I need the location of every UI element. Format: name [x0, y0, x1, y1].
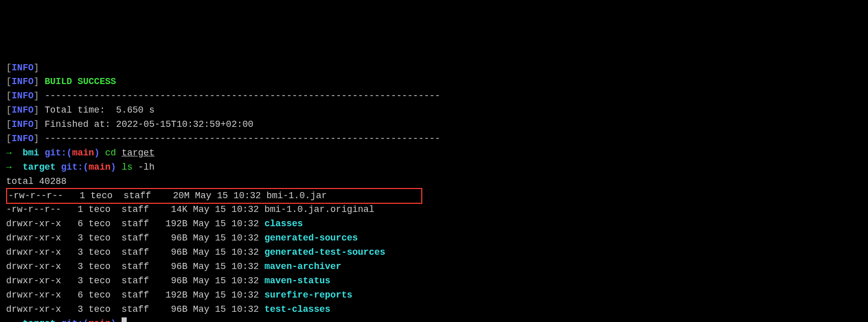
build-success: BUILD SUCCESS [45, 76, 116, 87]
git-branch: main [89, 318, 110, 322]
highlighted-file-row: -rw-r--r-- 1 teco staff 20M May 15 10:32… [6, 188, 422, 204]
file-meta: drwxr-xr-x 3 teco staff 96B May 15 10:32 [6, 304, 265, 314]
file-row-inner: drwxr-xr-x 3 teco staff 96B May 15 10:32… [6, 233, 358, 243]
build-info-line: [INFO] ---------------------------------… [6, 132, 862, 146]
build-info-line: [INFO] Finished at: 2022-05-15T10:32:59+… [6, 118, 862, 132]
finished-label: Finished at: [45, 119, 116, 129]
separator: ----------------------------------------… [45, 133, 441, 144]
file-row: -rw-r--r-- 1 teco staff 14K May 15 10:32… [6, 203, 862, 217]
space [55, 162, 61, 172]
build-info-line: [INFO] BUILD SUCCESS [6, 75, 862, 89]
file-row: drwxr-xr-x 3 teco staff 96B May 15 10:32… [6, 231, 862, 246]
file-row: drwxr-xr-x 6 teco staff 192B May 15 10:3… [6, 217, 862, 231]
space [116, 148, 122, 158]
bracket: ] [34, 105, 45, 115]
file-row: drwxr-xr-x 3 teco staff 96B May 15 10:32… [6, 274, 862, 288]
file-row: drwxr-xr-x 3 teco staff 96B May 15 10:32… [6, 303, 862, 317]
bracket: [ [6, 119, 12, 129]
file-meta: drwxr-xr-x 3 teco staff 96B May 15 10:32 [6, 276, 265, 286]
git-paren: ) [94, 148, 105, 158]
file-meta: -rw-r--r-- 1 teco staff 20M May 15 10:32 [8, 191, 267, 201]
prompt-line-cd[interactable]: → bmi git:(main) cd target [6, 146, 862, 160]
file-row-inner: drwxr-xr-x 3 teco staff 96B May 15 10:32… [6, 247, 385, 257]
info-tag: INFO [12, 91, 34, 101]
bracket: ] [34, 91, 45, 101]
git-label: git: [61, 162, 83, 172]
bracket: [ [6, 76, 12, 87]
command-arg: -lh [133, 162, 155, 172]
dir-name: surefire-reports [265, 290, 353, 300]
dir-name: test-classes [265, 304, 331, 314]
info-tag: INFO [12, 105, 34, 115]
git-paren: ( [83, 162, 89, 172]
info-tag: INFO [12, 133, 34, 144]
build-info-line: [INFO] [6, 61, 862, 75]
finished-value: 2022-05-15T10:32:59+02:00 [116, 119, 253, 129]
file-row: drwxr-xr-x 3 teco staff 96B May 15 10:32… [6, 246, 862, 260]
build-info-line: [INFO] ---------------------------------… [6, 89, 862, 103]
dir-name: maven-status [265, 276, 331, 286]
file-row-inner: drwxr-xr-x 3 teco staff 96B May 15 10:32… [6, 304, 330, 314]
prompt-dir: target [22, 318, 55, 322]
bracket: ] [34, 133, 45, 144]
bracket: [ [6, 63, 12, 73]
file-row: drwxr-xr-x 6 teco staff 192B May 15 10:3… [6, 288, 862, 303]
git-paren: ( [83, 318, 89, 322]
file-meta: drwxr-xr-x 3 teco staff 96B May 15 10:32 [6, 233, 265, 243]
file-row-inner: drwxr-xr-x 6 teco staff 192B May 15 10:3… [6, 219, 303, 229]
prompt-dir: target [22, 162, 55, 172]
prompt-arrow: → [6, 162, 22, 172]
cursor[interactable] [122, 317, 127, 322]
file-meta: -rw-r--r-- 1 teco staff 14K May 15 10:32 [6, 204, 265, 214]
terminal-output[interactable]: [INFO][INFO] BUILD SUCCESS[INFO] -------… [6, 61, 862, 322]
prompt-arrow: → [6, 318, 22, 322]
command-cd: cd [105, 148, 116, 158]
bracket: ] [34, 63, 39, 73]
file-row-inner: drwxr-xr-x 6 teco staff 192B May 15 10:3… [6, 290, 353, 300]
file-row: drwxr-xr-x 3 teco staff 96B May 15 10:32… [6, 260, 862, 274]
file-row-inner: drwxr-xr-x 3 teco staff 96B May 15 10:32… [6, 261, 341, 272]
bracket: ] [34, 76, 45, 87]
dir-name: generated-test-sources [265, 247, 386, 257]
file-meta: drwxr-xr-x 6 teco staff 192B May 15 10:3… [6, 290, 265, 300]
pad [327, 191, 421, 201]
bracket: ] [34, 119, 45, 129]
file-meta: drwxr-xr-x 3 teco staff 96B May 15 10:32 [6, 247, 265, 257]
file-row-inner: drwxr-xr-x 3 teco staff 96B May 15 10:32… [6, 276, 330, 286]
file-row: -rw-r--r-- 1 teco staff 20M May 15 10:32… [6, 189, 862, 203]
file-meta: drwxr-xr-x 3 teco staff 96B May 15 10:32 [6, 261, 265, 272]
space [39, 148, 45, 158]
file-name: bmi-1.0.jar [267, 191, 327, 201]
git-branch: main [89, 162, 110, 172]
build-info-line: [INFO] Total time: 5.650 s [6, 103, 862, 118]
git-branch: main [72, 148, 94, 158]
git-paren: ) [110, 162, 122, 172]
info-tag: INFO [12, 76, 34, 87]
command-arg: target [122, 148, 155, 158]
info-tag: INFO [12, 63, 34, 73]
prompt-arrow: → [6, 148, 22, 158]
dir-name: generated-sources [265, 233, 358, 243]
command-ls: ls [122, 162, 133, 172]
dir-name: classes [265, 219, 303, 229]
space [55, 318, 61, 322]
prompt-line-current[interactable]: → target git:(main) [6, 317, 862, 322]
info-tag: INFO [12, 119, 34, 129]
ls-total: total 40288 [6, 175, 862, 189]
total-time-label: Total time: [45, 105, 116, 115]
dir-name: maven-archiver [265, 261, 341, 272]
git-label: git: [45, 148, 67, 158]
total-time-value: 5.650 s [116, 105, 155, 115]
bracket: [ [6, 133, 12, 144]
file-name: bmi-1.0.jar.original [265, 204, 374, 214]
git-label: git: [61, 318, 83, 322]
file-meta: drwxr-xr-x 6 teco staff 192B May 15 10:3… [6, 219, 265, 229]
prompt-dir: bmi [22, 148, 39, 158]
separator: ----------------------------------------… [45, 91, 441, 101]
bracket: [ [6, 105, 12, 115]
git-paren: ) [110, 318, 122, 322]
git-paren: ( [67, 148, 72, 158]
file-row-inner: -rw-r--r-- 1 teco staff 14K May 15 10:32… [6, 204, 374, 214]
bracket: [ [6, 91, 12, 101]
prompt-line-ls[interactable]: → target git:(main) ls -lh [6, 160, 862, 175]
